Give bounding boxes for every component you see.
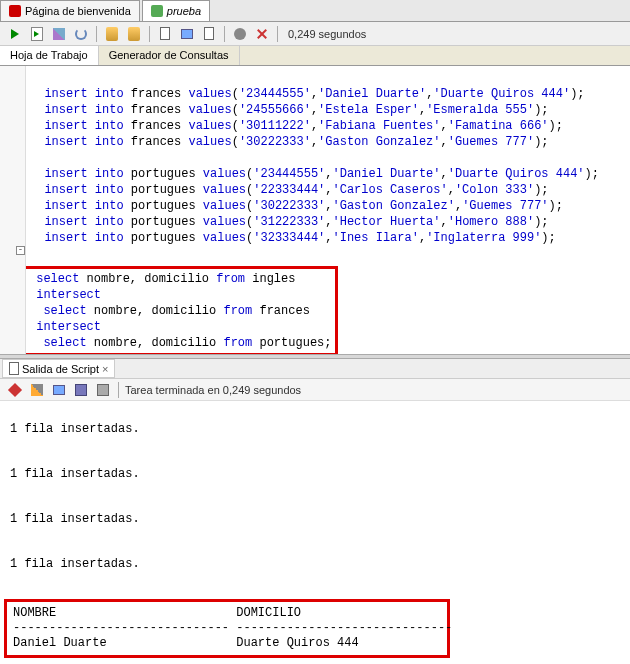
print-output-button[interactable] [94,381,112,399]
play-doc-icon [31,27,43,41]
eraser-icon [53,385,65,395]
stop-icon [257,29,267,39]
edit-button[interactable] [28,381,46,399]
run-button[interactable] [6,25,24,43]
fold-marker[interactable]: - [16,246,25,255]
output-toolbar: Tarea terminada en 0,249 segundos [0,379,630,401]
result-val-domicilio: Duarte Quiros 444 [236,636,358,650]
output-row-msg: 1 fila insertadas. [10,557,140,571]
clear-icon [181,29,193,39]
commit-icon [106,27,118,41]
result-col-nombre: NOMBRE [13,606,56,620]
output-row-msg: 1 fila insertadas. [10,422,140,436]
result-col-domicilio: DOMICILIO [236,606,301,620]
explain-button[interactable] [50,25,68,43]
run-script-button[interactable] [28,25,46,43]
result-sep: ------------------------------ [13,621,229,635]
autotrace-icon [75,28,87,40]
explain-icon [53,28,65,40]
result-sep: ------------------------------ [236,621,452,635]
sql-file-icon [151,5,163,17]
close-output-tab[interactable]: × [102,363,108,375]
commit-button[interactable] [103,25,121,43]
pencil-icon [31,384,43,396]
output-status: Tarea terminada en 0,249 segundos [125,384,301,396]
print-icon [97,384,109,396]
tab-worksheet[interactable]: Hoja de Trabajo [0,46,99,65]
autotrace-button[interactable] [72,25,90,43]
settings-button[interactable] [231,25,249,43]
tab-welcome[interactable]: Página de bienvenida [0,0,140,21]
output-tab-script[interactable]: Salida de Script × [2,359,115,378]
clear-output-button[interactable] [50,381,68,399]
rollback-icon [128,27,140,41]
toolbar-separator [224,26,225,42]
main-toolbar: 0,249 segundos [0,22,630,46]
history-button[interactable] [200,25,218,43]
result-val-nombre: Daniel Duarte [13,636,107,650]
file-tabs: Página de bienvenida prueba [0,0,630,22]
toolbar-separator [118,382,119,398]
pin-icon [8,382,22,396]
output-row-msg: 1 fila insertadas. [10,512,140,526]
rollback-button[interactable] [125,25,143,43]
result-highlight: NOMBRE DOMICILIO -----------------------… [4,599,450,658]
output-panel: Salida de Script × Tarea terminada en 0,… [0,359,630,664]
toolbar-separator [96,26,97,42]
script-output-icon [9,362,19,375]
output-tabs: Salida de Script × [0,359,630,379]
play-icon [11,29,19,39]
tab-prueba[interactable]: prueba [142,0,210,21]
tab-welcome-label: Página de bienvenida [25,5,131,17]
tab-querybuilder[interactable]: Generador de Consultas [99,46,240,65]
disk-icon [75,384,87,396]
elapsed-time: 0,249 segundos [288,28,366,40]
tab-prueba-label: prueba [167,5,201,17]
editor-gutter [0,66,26,354]
code-area[interactable]: insert into frances values('23444555','D… [30,70,630,354]
doc-icon [160,27,170,40]
clear-button[interactable] [178,25,196,43]
worksheet-tabs: Hoja de Trabajo Generador de Consultas [0,46,630,66]
output-body[interactable]: 1 fila insertadas. 1 fila insertadas. 1 … [0,401,630,664]
toolbar-separator [149,26,150,42]
history-icon [204,27,214,40]
output-tab-label: Salida de Script [22,363,99,375]
toolbar-separator [277,26,278,42]
sql-editor[interactable]: - insert into frances values('23444555',… [0,66,630,354]
cancel-button[interactable] [253,25,271,43]
oracle-icon [9,5,21,17]
unshared-button[interactable] [156,25,174,43]
save-output-button[interactable] [72,381,90,399]
output-row-msg: 1 fila insertadas. [10,467,140,481]
pin-button[interactable] [6,381,24,399]
gear-icon [234,28,246,40]
